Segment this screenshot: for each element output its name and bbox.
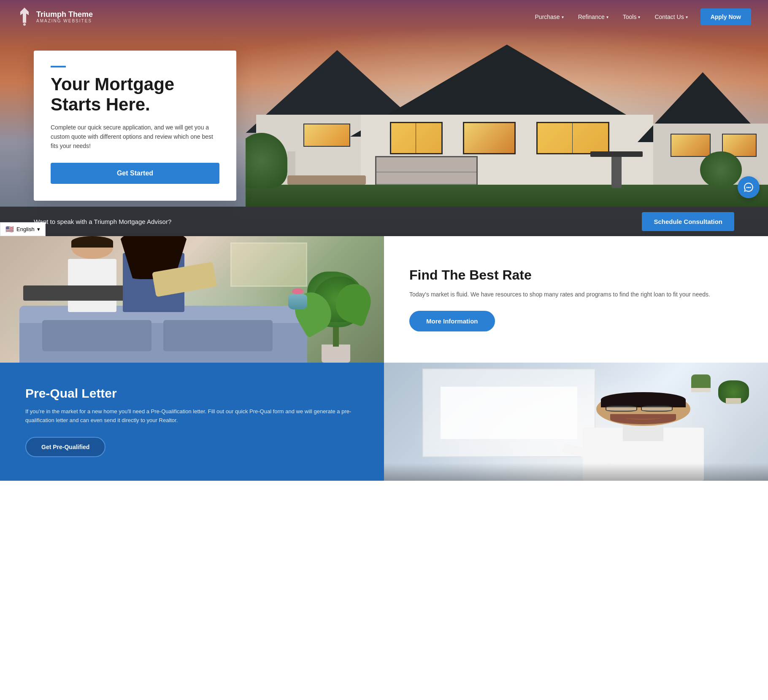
cushion (42, 320, 151, 351)
window (671, 134, 711, 157)
chevron-down-icon: ▾ (562, 15, 564, 19)
plant (307, 261, 365, 363)
bg-window (230, 242, 307, 287)
brand-name: Triumph Theme (36, 11, 93, 19)
window-large (536, 122, 609, 154)
window (303, 124, 350, 147)
find-rate-section: Find The Best Rate Today's market is flu… (0, 236, 768, 363)
brand-logo[interactable]: Triumph Theme AMAZING WEBSITES (17, 7, 93, 27)
hero-card: Your Mortgage Starts Here. Complete our … (34, 51, 236, 201)
cactus (691, 374, 711, 392)
furniture (287, 175, 366, 185)
prequal-content: Pre-Qual Letter If you're in the market … (0, 363, 384, 481)
svg-point-3 (749, 187, 751, 188)
brand-tagline: AMAZING WEBSITES (36, 19, 93, 23)
get-started-button[interactable]: Get Started (51, 163, 219, 184)
chevron-down-icon: ▾ (606, 15, 608, 19)
nav-contact[interactable]: Contact Us ▾ (649, 10, 693, 24)
whiteboard (422, 369, 595, 457)
prequal-section: Pre-Qual Letter If you're in the market … (0, 363, 768, 481)
more-information-button[interactable]: More Information (409, 311, 495, 331)
nav-purchase[interactable]: Purchase ▾ (529, 10, 570, 24)
prequal-heading: Pre-Qual Letter (25, 386, 359, 401)
window-large (390, 122, 443, 154)
flag-icon: 🇺🇸 (5, 225, 14, 233)
language-selector[interactable]: 🇺🇸 English ▾ (0, 222, 46, 236)
chevron-down-icon: ▾ (37, 226, 40, 232)
chevron-down-icon: ▾ (638, 15, 640, 19)
find-rate-body: Today's market is fluid. We have resourc… (409, 290, 743, 299)
cushion (163, 320, 273, 351)
svg-point-1 (746, 187, 748, 188)
find-rate-heading: Find The Best Rate (409, 267, 743, 283)
lamp-post (611, 151, 622, 188)
card-accent-bar (51, 66, 66, 67)
person-woman (115, 236, 192, 312)
chat-button[interactable] (738, 176, 760, 198)
chevron-down-icon: ▾ (686, 15, 688, 19)
svg-point-2 (748, 187, 749, 188)
advisor-text: Want to speak with a Triumph Mortgage Ad… (34, 218, 171, 225)
office-image (384, 363, 768, 481)
nav-tools[interactable]: Tools ▾ (617, 10, 646, 24)
logo-icon (17, 7, 32, 27)
hero-heading: Your Mortgage Starts Here. (51, 74, 219, 115)
couple-image (0, 236, 384, 363)
get-prequalified-button[interactable]: Get Pre-Qualified (25, 437, 105, 457)
lawn (246, 185, 768, 207)
hero-bottom-bar: Want to speak with a Triumph Mortgage Ad… (0, 207, 768, 236)
apply-now-button[interactable]: Apply Now (700, 8, 751, 25)
hero-section: Your Mortgage Starts Here. Complete our … (0, 0, 768, 236)
hero-body: Complete our quick secure application, a… (51, 123, 219, 151)
find-rate-content: Find The Best Rate Today's market is flu… (384, 236, 768, 363)
bush (700, 151, 742, 188)
chat-icon (743, 182, 754, 193)
vase (288, 294, 308, 310)
svg-point-0 (23, 23, 26, 26)
prequal-body: If you're in the market for a new home y… (25, 407, 359, 425)
language-label: English (16, 226, 35, 232)
nav-refinance[interactable]: Refinance ▾ (572, 10, 614, 24)
window-large (463, 122, 516, 154)
house-illustration (246, 22, 768, 207)
desk-plant (718, 380, 749, 404)
schedule-consultation-button[interactable]: Schedule Consultation (642, 212, 734, 231)
nav-links: Purchase ▾ Refinance ▾ Tools ▾ Contact U… (529, 8, 751, 25)
couch (19, 306, 308, 363)
navbar: Triumph Theme AMAZING WEBSITES Purchase … (0, 0, 768, 34)
